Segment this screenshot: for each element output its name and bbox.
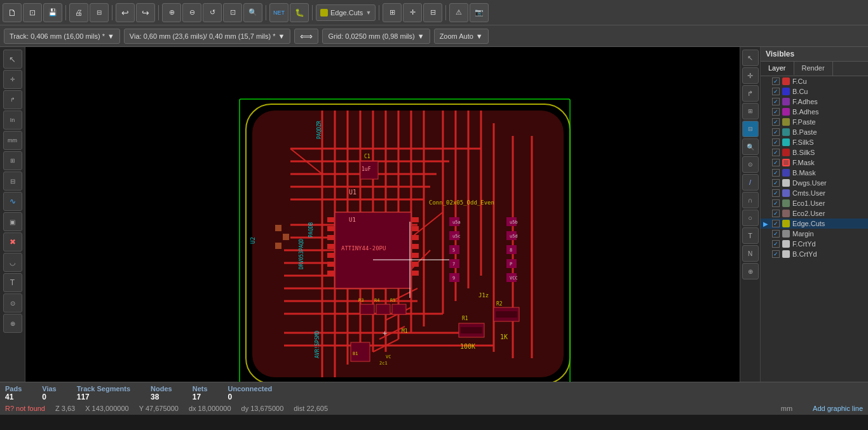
layer-item-edgecuts[interactable]: ▶ ✓ Edge.Cuts	[761, 218, 868, 229]
grid-display-button[interactable]: ⊞	[383, 3, 402, 22]
magnify-btn[interactable]: 🔍	[742, 138, 759, 155]
pcb-canvas-area[interactable]: ATTINY44-20PU U1 U1	[25, 47, 740, 382]
layer-checkbox[interactable]: ✓	[772, 169, 780, 177]
vias-value: 0	[42, 393, 46, 401]
layer-checkbox[interactable]: ✓	[772, 159, 780, 166]
layer-checkbox[interactable]: ✓	[772, 220, 780, 227]
inspect-mode-btn[interactable]: ↱	[742, 85, 759, 102]
redo-button[interactable]: ↪	[136, 3, 155, 22]
circle-rs-btn[interactable]: ○	[742, 210, 759, 226]
zoom-fit-button[interactable]: ⊡	[223, 3, 242, 22]
svg-text:P: P	[510, 262, 512, 267]
layer-item-bmask[interactable]: ▶ ✓ B.Mask	[761, 168, 868, 178]
compass-rs-btn[interactable]: ⊕	[742, 263, 759, 279]
layer-checkbox[interactable]: ✓	[772, 230, 780, 238]
layer-tab[interactable]: Layer	[761, 62, 794, 76]
via-selector[interactable]: Via: 0,60 mm (23,6 mils)/ 0,40 mm (15,7 …	[124, 29, 291, 44]
render-tab[interactable]: Render	[794, 62, 833, 76]
cursor-tool[interactable]: ↖	[3, 50, 22, 69]
layer-item-fadhes[interactable]: ▶ ✓ F.Adhes	[761, 97, 868, 107]
screenshot-button[interactable]: 📷	[470, 3, 489, 22]
layer-item-bcu[interactable]: ▶ ✓ B.Cu	[761, 86, 868, 97]
layer-checkbox[interactable]: ✓	[772, 98, 780, 105]
separator4	[266, 5, 266, 20]
svg-text:ATTINY44-20PU: ATTINY44-20PU	[341, 245, 386, 252]
unconnected-value: 0	[228, 393, 233, 401]
grid-rs-btn[interactable]: ⊞	[742, 103, 759, 119]
layer-checkbox[interactable]: ✓	[772, 118, 780, 126]
board-setup-button[interactable]: ⊟	[90, 3, 109, 22]
local-ratsnest[interactable]: ↱	[3, 90, 22, 109]
layer-item-fcrtyd[interactable]: ▶ ✓ F.CrtYd	[761, 239, 868, 249]
copper-highlight-button[interactable]: ✛	[403, 3, 422, 22]
layer-checkbox[interactable]: ✓	[772, 88, 780, 95]
layer-checkbox[interactable]: ✓	[772, 77, 780, 85]
3d-btn[interactable]: ⊙	[742, 156, 759, 173]
save-button[interactable]: 💾	[43, 3, 62, 22]
separator5	[312, 5, 313, 20]
grid-selector[interactable]: Grid: 0,0250 mm (0,98 mils) ▼	[322, 29, 430, 44]
layer-checkbox[interactable]: ✓	[772, 138, 780, 146]
zoom-in-button[interactable]: ⊕	[162, 3, 181, 22]
inch-unit[interactable]: In	[3, 111, 22, 130]
undo-button[interactable]: ↩	[116, 3, 135, 22]
layer-item-eco2user[interactable]: ▶ ✓ Eco2.User	[761, 208, 868, 218]
layer-name-label: B.Cu	[792, 88, 865, 95]
layer-item-bpaste[interactable]: ▶ ✓ B.Paste	[761, 127, 868, 137]
pcb-text-tool[interactable]: T	[3, 273, 22, 292]
layer-item-fcu[interactable]: ▶ ✓ F.Cu	[761, 76, 868, 86]
select-mode-btn[interactable]: ↖	[742, 50, 759, 66]
drc-button[interactable]: 🐛	[290, 3, 309, 22]
layer-item-bcrtyd[interactable]: ▶ ✓ B.CrtYd	[761, 249, 868, 259]
layer-item-eco1user[interactable]: ▶ ✓ Eco1.User	[761, 198, 868, 208]
layer-checkbox[interactable]: ✓	[772, 199, 780, 207]
layer-item-badhes[interactable]: ▶ ✓ B.Adhes	[761, 107, 868, 117]
lock-tool[interactable]: ⊕	[3, 314, 22, 333]
mm-unit[interactable]: mm	[3, 131, 22, 150]
layer-checkbox[interactable]: ✓	[772, 250, 780, 258]
footprint-tool[interactable]: ⊟	[3, 171, 22, 191]
layer-selector[interactable]: Edge.Cuts ▼	[316, 4, 376, 21]
open-button[interactable]: ⊡	[23, 3, 42, 22]
layer-item-bsilks[interactable]: ▶ ✓ B.SilkS	[761, 147, 868, 158]
pad-fill-button[interactable]: ⊟	[423, 3, 442, 22]
zoom-out-button[interactable]: ⊖	[182, 3, 201, 22]
north-rs-btn[interactable]: N	[742, 245, 759, 262]
grid-origin[interactable]: ⊞	[3, 151, 22, 170]
zoom-refresh-button[interactable]: ↺	[203, 3, 222, 22]
layer-checkbox[interactable]: ✓	[772, 108, 780, 116]
zone-tool[interactable]: ▣	[3, 212, 22, 231]
layer-item-cmtsuser[interactable]: ▶ ✓ Cmts.User	[761, 188, 868, 198]
layer-item-fmask[interactable]: ▶ ✓ F.Mask	[761, 158, 868, 168]
diff-pair-button[interactable]: ⟺	[294, 29, 318, 44]
layer-item-fsilks[interactable]: ▶ ✓ F.SilkS	[761, 137, 868, 147]
layer-checkbox[interactable]: ✓	[772, 128, 780, 136]
highlight-tool[interactable]: ✛	[3, 70, 22, 89]
layer-checkbox[interactable]: ✓	[772, 179, 780, 187]
layer-checkbox[interactable]: ✓	[772, 210, 780, 217]
layer-checkbox[interactable]: ✓	[772, 189, 780, 197]
layer-rs-btn[interactable]: ⊟	[742, 121, 759, 137]
net-inspector-button[interactable]: NET	[269, 3, 288, 22]
highlight-mode-btn[interactable]: ✛	[742, 67, 759, 84]
layer-checkbox[interactable]: ✓	[772, 149, 780, 156]
layer-item-fpaste[interactable]: ▶ ✓ F.Paste	[761, 117, 868, 127]
delete-tool[interactable]: ✖	[3, 232, 22, 252]
arc-rs-btn[interactable]: ∩	[742, 192, 759, 208]
line-rs-btn[interactable]: /	[742, 174, 759, 191]
track-selector[interactable]: Track: 0,406 mm (16,00 mils) * ▼	[4, 29, 120, 44]
zoom-area-button[interactable]: 🔍	[243, 3, 262, 22]
new-button[interactable]: 🗋	[3, 3, 22, 22]
print-button[interactable]: 🖨	[69, 3, 88, 22]
draw-arc-tool[interactable]: ◡	[3, 253, 22, 272]
erc-button[interactable]: ⚠	[449, 3, 468, 22]
draw-image-tool[interactable]: ⊙	[3, 293, 22, 312]
text-rs-btn[interactable]: T	[742, 227, 759, 244]
layer-checkbox[interactable]: ✓	[772, 240, 780, 248]
pcb-view[interactable]: ATTINY44-20PU U1 U1	[25, 47, 740, 382]
zoom-selector[interactable]: Zoom Auto ▼	[434, 29, 489, 44]
layer-item-dwgsuser[interactable]: ▶ ✓ Dwgs.User	[761, 178, 868, 188]
route-track-tool[interactable]: ∿	[3, 192, 22, 211]
layer-item-margin[interactable]: ▶ ✓ Margin	[761, 229, 868, 239]
layer-color-dot	[782, 149, 790, 156]
